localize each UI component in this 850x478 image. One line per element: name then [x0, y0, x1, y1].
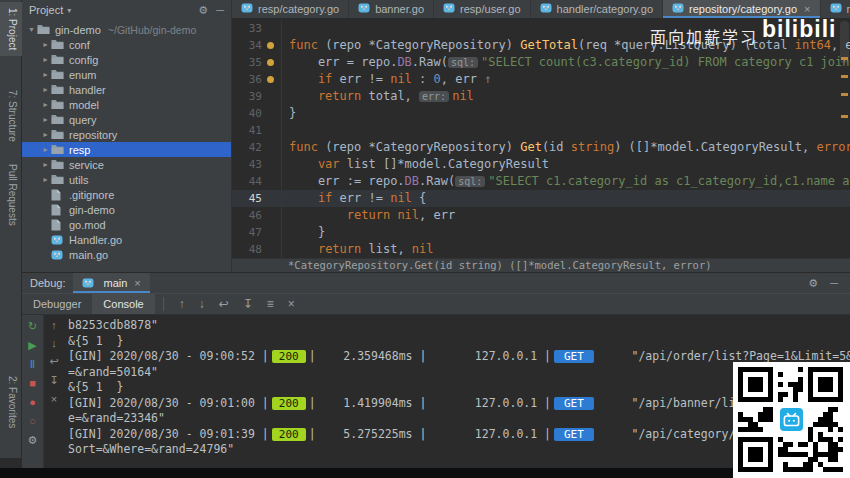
close-icon[interactable]: × — [134, 277, 140, 289]
debug-actions-toolbar: ↻▶Ⅱ■●○⚙ — [22, 315, 44, 468]
go-file-icon — [443, 3, 455, 15]
tree-item-go-mod[interactable]: go.mod — [22, 217, 231, 232]
code-line: 39 return total, err:nil — [232, 88, 850, 105]
code-line: 41 — [232, 122, 850, 139]
file-icon — [51, 189, 67, 201]
line-number: 43 — [232, 156, 262, 173]
clear-icon[interactable]: × — [51, 393, 57, 405]
chevron-right-icon[interactable]: ▸ — [40, 130, 51, 139]
code-text: if err != nil : 0, err ↑ — [282, 71, 491, 88]
tree-item-config[interactable]: ▸config — [22, 52, 231, 67]
down-icon[interactable]: ↓ — [51, 337, 57, 349]
chevron-right-icon[interactable]: ▸ — [40, 70, 51, 79]
debug-session-tab[interactable]: main × — [73, 273, 149, 293]
code-text — [282, 122, 289, 139]
go-file-icon — [51, 235, 67, 245]
close-icon[interactable]: × — [804, 3, 810, 15]
folder-icon — [51, 39, 67, 50]
tree-item-service[interactable]: ▸service — [22, 157, 231, 172]
line-number: 45 — [232, 190, 262, 207]
tree-item-enum[interactable]: ▸enum — [22, 67, 231, 82]
gutter-marker — [262, 122, 278, 139]
clear-icon[interactable]: × — [288, 297, 295, 311]
project-panel-title[interactable]: Project — [29, 4, 63, 16]
gear-icon[interactable]: ⚙ — [198, 4, 208, 17]
folder-icon — [51, 99, 67, 110]
tool-button-1-project[interactable]: 1: Project — [0, 2, 22, 56]
wrap-icon[interactable]: ↩ — [49, 355, 58, 368]
chevron-right-icon[interactable]: ▸ — [40, 40, 51, 49]
tree-item-main-go[interactable]: main.go — [22, 247, 231, 262]
hide-panel-icon[interactable]: ─ — [216, 4, 224, 16]
chevron-down-icon[interactable]: ▾ — [67, 6, 71, 15]
editor-scrollbar[interactable] — [839, 19, 850, 258]
stop-icon[interactable]: ■ — [29, 377, 36, 390]
editor-tab-handler-category-go[interactable]: handler/category.go — [531, 0, 663, 18]
wrap-icon[interactable]: ↩ — [219, 297, 229, 311]
tree-item-gitignore[interactable]: .gitignore — [22, 187, 231, 202]
status-bar — [0, 468, 850, 478]
tree-item-repository[interactable]: ▸repository — [22, 127, 231, 142]
tab-debugger[interactable]: Debugger — [22, 294, 92, 314]
pause-icon[interactable]: Ⅱ — [30, 358, 35, 371]
code-text: func (repo *CategoryRepository) Get(id s… — [282, 139, 850, 156]
down-icon[interactable]: ↓ — [199, 297, 205, 311]
tree-item-gin-demo[interactable]: ▾gin-demo~/GitHub/gin-demo — [22, 22, 231, 37]
code-line: 35 err = repo.DB.Raw(sql:"SELECT count(c… — [232, 54, 850, 71]
tree-item-label: main.go — [69, 249, 108, 261]
editor-tab-repository-category-go[interactable]: repository/category.go× — [663, 0, 820, 18]
settings-icon[interactable]: ⚙ — [28, 434, 38, 447]
print-icon[interactable]: ≡ — [267, 297, 274, 311]
tree-item-conf[interactable]: ▸conf — [22, 37, 231, 52]
code-text: return total, err:nil — [282, 88, 474, 105]
editor-tab-reposito[interactable]: reposito — [821, 0, 850, 18]
code-area[interactable]: 3334func (repo *CategoryRepository) GetT… — [232, 19, 850, 258]
editor-tab-resp-category-go[interactable]: resp/category.go — [232, 0, 349, 18]
up-icon[interactable]: ↑ — [51, 319, 57, 331]
tool-button-7-structure[interactable]: 7: Structure — [0, 84, 22, 148]
chevron-down-icon[interactable]: ▾ — [26, 25, 37, 34]
gutter-marker — [262, 156, 278, 173]
tree-item-query[interactable]: ▸query — [22, 112, 231, 127]
chevron-right-icon[interactable]: ▸ — [40, 160, 51, 169]
resume-icon[interactable]: ▶ — [28, 339, 36, 352]
tree-item-utils[interactable]: ▸utils — [22, 172, 231, 187]
gutter-marker — [262, 173, 278, 190]
chevron-right-icon[interactable]: ▸ — [40, 175, 51, 184]
tab-console[interactable]: Console — [92, 294, 154, 314]
view-breakpoints-icon[interactable]: ● — [29, 396, 36, 409]
mute-breakpoints-icon[interactable]: ○ — [29, 415, 36, 428]
tool-button-pull-requests[interactable]: Pull Requests — [0, 158, 22, 232]
tree-item-model[interactable]: ▸model — [22, 97, 231, 112]
activity-bar: 1: Project7: StructurePull Requests2: Fa… — [0, 0, 22, 458]
rerun-icon[interactable]: ↻ — [28, 320, 37, 333]
hide-panel-icon[interactable]: ─ — [830, 277, 838, 290]
editor-tab-bar: resp/category.gobanner.goresp/user.gohan… — [232, 0, 850, 19]
code-line: 48 return list, nil — [232, 241, 850, 258]
gutter: 39 — [232, 88, 282, 105]
chevron-right-icon[interactable]: ▸ — [40, 55, 51, 64]
editor-tab-banner-go[interactable]: banner.go — [349, 0, 434, 18]
gutter-marker — [262, 20, 278, 37]
chevron-right-icon[interactable]: ▸ — [40, 85, 51, 94]
tree-item-handler[interactable]: ▸handler — [22, 82, 231, 97]
code-line: 34func (repo *CategoryRepository) GetTot… — [232, 37, 850, 54]
gear-icon[interactable]: ⚙ — [808, 277, 818, 290]
gutter-marker — [262, 207, 278, 224]
tree-item-gin-demo[interactable]: gin-demo — [22, 202, 231, 217]
line-number: 47 — [232, 224, 262, 241]
code-text: } — [282, 105, 296, 122]
scroll-end-icon[interactable]: ↧ — [49, 374, 58, 387]
editor-tab-resp-user-go[interactable]: resp/user.go — [434, 0, 531, 18]
chevron-right-icon[interactable]: ▸ — [40, 145, 51, 154]
up-icon[interactable]: ↑ — [179, 297, 185, 311]
tree-item-handler-go[interactable]: Handler.go — [22, 232, 231, 247]
chevron-right-icon[interactable]: ▸ — [40, 100, 51, 109]
scroll-end-icon[interactable]: ↧ — [243, 297, 253, 311]
console-line: =&rand=50164" — [68, 365, 848, 381]
tree-item-resp[interactable]: ▸resp — [22, 142, 231, 157]
code-line: 43 var list []*model.CategoryResult — [232, 156, 850, 173]
tool-button-2-favorites[interactable]: 2: Favorites — [0, 370, 22, 434]
tab-label: resp/user.go — [460, 3, 521, 15]
chevron-right-icon[interactable]: ▸ — [40, 115, 51, 124]
